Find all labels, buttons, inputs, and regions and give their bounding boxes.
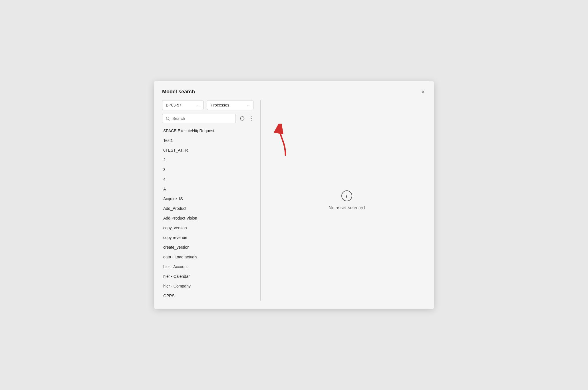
- list-item[interactable]: create_version: [162, 242, 253, 252]
- list-item[interactable]: A: [162, 184, 253, 194]
- type-dropdown-value: Processes: [211, 103, 229, 107]
- list-item[interactable]: SPACE.ExecuteHttpRequest: [162, 126, 253, 136]
- svg-point-3: [251, 118, 252, 119]
- list-item[interactable]: Test1: [162, 136, 253, 145]
- list-item[interactable]: 2: [162, 155, 253, 165]
- list-item[interactable]: hier - Calendar: [162, 272, 253, 281]
- items-list: SPACE.ExecuteHttpRequestTest10TEST_ATTR2…: [162, 126, 253, 301]
- type-dropdown[interactable]: Processes ⌄: [207, 100, 253, 110]
- info-icon: i: [341, 190, 352, 201]
- list-item[interactable]: data - Load actuals: [162, 252, 253, 262]
- search-and-actions: [162, 114, 253, 123]
- ellipsis-vertical-icon: [251, 116, 252, 121]
- list-item[interactable]: copy revenue: [162, 233, 253, 242]
- close-icon: ×: [421, 89, 425, 95]
- dialog-header: Model search ×: [154, 81, 434, 100]
- dialog-title: Model search: [162, 89, 195, 95]
- list-item[interactable]: 3: [162, 165, 253, 174]
- svg-line-1: [169, 119, 170, 120]
- refresh-button[interactable]: [238, 114, 247, 123]
- no-asset-text: No asset selected: [329, 205, 365, 210]
- chevron-down-icon: ⌄: [247, 103, 250, 107]
- list-item[interactable]: GPRS: [162, 291, 253, 301]
- refresh-icon: [240, 116, 245, 121]
- list-item[interactable]: 0TEST_ATTR: [162, 145, 253, 155]
- list-item[interactable]: Acquire_IS: [162, 194, 253, 204]
- list-item[interactable]: copy_version: [162, 223, 253, 233]
- list-item[interactable]: Add_Product: [162, 204, 253, 213]
- list-item[interactable]: hier - Account: [162, 262, 253, 272]
- panel-divider: [260, 100, 261, 301]
- left-panel: BP03-57 ⌄ Processes ⌄: [162, 100, 253, 301]
- model-dropdown[interactable]: BP03-57 ⌄: [162, 100, 204, 110]
- search-input[interactable]: [172, 116, 232, 121]
- model-dropdown-value: BP03-57: [166, 103, 181, 107]
- list-item[interactable]: 4: [162, 174, 253, 184]
- svg-point-4: [251, 120, 252, 121]
- chevron-down-icon: ⌄: [197, 103, 200, 107]
- right-panel: i No asset selected: [267, 100, 426, 301]
- close-button[interactable]: ×: [420, 88, 426, 96]
- search-icon: [166, 116, 170, 121]
- no-asset-container: i No asset selected: [329, 190, 365, 210]
- dialog-body: BP03-57 ⌄ Processes ⌄: [154, 100, 434, 309]
- list-item[interactable]: hier - Company: [162, 281, 253, 291]
- svg-point-2: [251, 116, 252, 117]
- search-box[interactable]: [162, 114, 236, 123]
- list-item[interactable]: Add Product Vision: [162, 213, 253, 223]
- model-search-dialog: Model search × BP03-57 ⌄ Processes ⌄: [154, 81, 434, 309]
- more-options-button[interactable]: [249, 114, 253, 123]
- dropdown-row: BP03-57 ⌄ Processes ⌄: [162, 100, 253, 110]
